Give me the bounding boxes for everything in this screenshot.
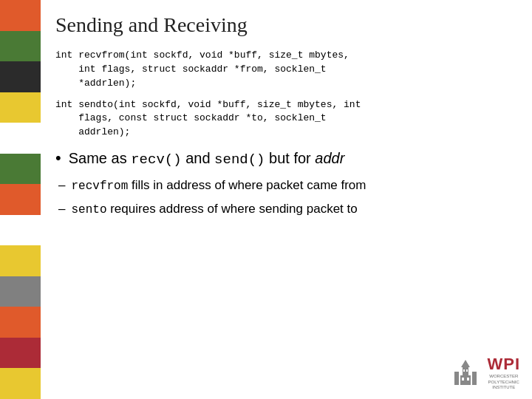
sidebar-block-13 xyxy=(0,368,41,399)
bullet-send: send() xyxy=(214,151,265,168)
sidebar-block-8 xyxy=(0,215,41,246)
sidebar-block-4 xyxy=(0,92,41,123)
sidebar-block-1 xyxy=(0,0,41,31)
wpi-acronym: WPI xyxy=(487,355,520,374)
bullet-and: and xyxy=(182,150,214,166)
code-block-recvfrom: int recvfrom(int sockfd, void *buff, siz… xyxy=(55,49,511,91)
sub-bullet-dash-2: – xyxy=(58,200,65,218)
svg-rect-2 xyxy=(472,372,477,385)
bullet-item-main: • Same as recv() and send() but for addr xyxy=(55,149,511,169)
code-sendto-line2: flags, const struct sockaddr *to, sockle… xyxy=(55,112,327,123)
bullet-text: Same as recv() and send() but for addr xyxy=(69,149,345,169)
wpi-logo: WPI WORCESTERPOLYTECHNICINSTITUTE xyxy=(447,355,520,390)
code-block-sendto: int sendto(int sockfd, void *buff, size_… xyxy=(55,98,511,140)
bullet-label: Same as xyxy=(69,150,131,166)
sidebar-block-7 xyxy=(0,184,41,215)
wpi-full-name: WORCESTERPOLYTECHNICINSTITUTE xyxy=(487,374,520,390)
sub-bullet-sento-desc: requires address of where sending packet… xyxy=(106,202,357,216)
code-recvfrom-line3: *addrlen); xyxy=(55,78,136,89)
svg-rect-6 xyxy=(466,369,468,372)
svg-rect-0 xyxy=(454,372,459,385)
sub-bullet-recvfrom-desc: fills in address of where packet came fr… xyxy=(128,178,366,192)
sidebar-block-9 xyxy=(0,245,41,276)
sidebar-block-3 xyxy=(0,61,41,92)
bullet-addr: addr xyxy=(315,150,344,166)
sub-bullet-sento: – sento requires address of where sendin… xyxy=(58,200,511,218)
svg-rect-5 xyxy=(463,369,465,372)
sidebar-block-10 xyxy=(0,276,41,307)
bullet-recv: recv() xyxy=(131,151,181,168)
bullet-but: but for xyxy=(265,150,316,166)
svg-rect-8 xyxy=(467,378,469,381)
sub-bullet-text-2: sento requires address of where sending … xyxy=(71,200,511,218)
code-recvfrom-line2: int flags, struct sockaddr *from, sockle… xyxy=(55,64,327,75)
sidebar-block-11 xyxy=(0,307,41,338)
main-content: Sending and Receiving int recvfrom(int s… xyxy=(41,0,532,399)
code-recvfrom-line1: int recvfrom(int sockfd, void *buff, siz… xyxy=(55,50,349,61)
wpi-tower-icon xyxy=(447,357,484,388)
sub-bullet-dash-1: – xyxy=(58,177,65,194)
svg-rect-7 xyxy=(462,378,464,381)
page-title: Sending and Receiving xyxy=(55,13,511,37)
sidebar-block-2 xyxy=(0,31,41,62)
code-sendto-line1: int sendto(int sockfd, void *buff, size_… xyxy=(55,99,361,110)
sidebar-block-12 xyxy=(0,338,41,369)
sidebar xyxy=(0,0,41,399)
sub-bullets: – recvfrom fills in address of where pac… xyxy=(58,177,511,219)
sidebar-block-5 xyxy=(0,123,41,154)
sub-bullet-recvfrom: – recvfrom fills in address of where pac… xyxy=(58,177,511,194)
sub-bullet-sento-label: sento xyxy=(71,203,106,216)
wpi-text-group: WPI WORCESTERPOLYTECHNICINSTITUTE xyxy=(487,355,520,390)
sub-bullet-text-1: recvfrom fills in address of where packe… xyxy=(71,177,511,194)
bullet-section: • Same as recv() and send() but for addr… xyxy=(55,149,511,218)
sub-bullet-recvfrom-label: recvfrom xyxy=(71,180,128,193)
bullet-dot: • xyxy=(55,149,61,168)
sidebar-block-6 xyxy=(0,154,41,185)
code-sendto-line3: addrlen); xyxy=(55,126,130,137)
svg-marker-4 xyxy=(461,360,470,367)
